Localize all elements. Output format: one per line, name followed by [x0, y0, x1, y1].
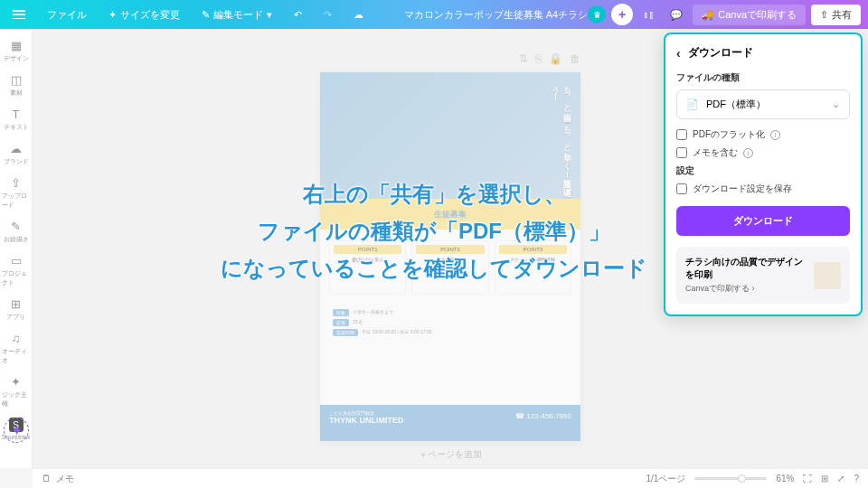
help-icon[interactable]: ? [854, 474, 859, 483]
upload-icon: ⇧ [9, 175, 24, 190]
cloud-sync[interactable]: ☁ [348, 5, 369, 24]
truck-icon: 🚚 [702, 9, 714, 21]
comment-icon: 💬 [670, 9, 683, 21]
page-tools: ⇅ ⎘ 🔒 🗑 [320, 52, 580, 65]
brand-icon: ☁ [9, 141, 24, 155]
chevron-down-icon: ⌄ [832, 99, 840, 110]
print-canva-button[interactable]: 🚚Canvaで印刷する [693, 5, 806, 25]
page-indicator[interactable]: 1/1ページ [646, 473, 686, 485]
flyer-footer: こども英会話専門教室 THYNK UNLIMITED ☎ 123-456-789… [320, 405, 580, 441]
panel-back-button[interactable]: ‹ [676, 46, 681, 61]
flyer-info: 対象小学生～高校生まで 定員15名 営業時間平日 13:00-19:00 / 休… [320, 305, 580, 343]
ai-assist-button[interactable]: ✦ [4, 418, 29, 443]
sidebar-item-elements[interactable]: ◫素材 [2, 69, 31, 101]
sparkle-icon: ✦ [108, 9, 117, 21]
pencil-icon: ✎ [202, 9, 210, 21]
sidebar-item-apps[interactable]: ⊞アプリ [2, 293, 31, 325]
info-icon[interactable]: i [743, 148, 753, 158]
hamburger-icon [13, 10, 25, 19]
analytics-button[interactable]: ⫾⫿ [638, 4, 660, 25]
audio-icon: ♫ [9, 331, 24, 345]
sidebar-item-projects[interactable]: ▭プロジェクト [2, 249, 31, 291]
download-button[interactable]: ダウンロード [676, 206, 850, 236]
undo-button[interactable]: ↶ [288, 5, 307, 24]
instruction-overlay: 右上の「共有」を選択し、 ファイルの種類が「PDF（標準）」 になっていることを… [221, 176, 647, 286]
print-thumbnail [814, 262, 841, 289]
chevron-down-icon: ▾ [267, 9, 272, 21]
undo-icon: ↶ [294, 9, 302, 21]
include-memo-checkbox[interactable]: メモを含むi [676, 146, 850, 159]
pro-badge[interactable]: ♛ [588, 5, 606, 23]
zoom-slider[interactable] [694, 477, 767, 480]
fit-icon[interactable]: ⛶ [803, 474, 812, 483]
bottombar: 🗒 メモ 1/1ページ 61% ⛶ ⊞ ⤢ ? [33, 468, 868, 488]
sidebar-item-text[interactable]: Tテキスト [2, 103, 31, 136]
fullscreen-icon[interactable]: ⤢ [837, 474, 844, 483]
menu-button[interactable] [7, 6, 31, 23]
text-icon: T [9, 107, 24, 121]
share-button[interactable]: ⇧共有 [811, 5, 861, 25]
wand-icon: ✦ [9, 374, 24, 389]
redo-button[interactable]: ↷ [318, 5, 337, 24]
sidebar-item-magic[interactable]: ✦ジック主権 [2, 371, 31, 412]
sidebar-item-upload[interactable]: ⇧アップロード [2, 172, 31, 213]
draw-icon: ✎ [9, 219, 24, 233]
apps-icon: ⊞ [9, 296, 24, 311]
elements-icon: ◫ [9, 72, 24, 87]
topbar: ファイル ✦サイズを変更 ✎編集モード▾ ↶ ↷ ☁ マカロンカラーポップ生徒募… [0, 0, 868, 29]
plus-icon: + [618, 7, 626, 22]
memo-icon[interactable]: 🗒 [42, 474, 51, 483]
save-settings-checkbox[interactable]: ダウンロード設定を保存 [676, 183, 850, 195]
zoom-value[interactable]: 61% [776, 474, 794, 483]
sidebar-item-design[interactable]: ▦デザイン [2, 34, 31, 67]
print-quality-card[interactable]: チラシ向けの品質でデザインを印刷 Canvaで印刷する › [676, 247, 850, 304]
add-page-button[interactable]: ＋ページを追加 [419, 448, 482, 461]
panel-title: ダウンロード [688, 45, 753, 61]
filetype-value: PDF（標準） [706, 98, 766, 111]
page-up-icon[interactable]: ⇅ [519, 52, 528, 65]
sidebar-item-audio[interactable]: ♫オーディオ [2, 327, 31, 369]
chart-icon: ⫾⫿ [644, 9, 655, 20]
cloud-icon: ☁ [354, 9, 363, 21]
share-icon: ⇧ [820, 9, 828, 21]
filetype-select[interactable]: 📄 PDF（標準） ⌄ [676, 89, 850, 119]
lock-icon[interactable]: 🔒 [549, 52, 562, 65]
zoom-thumb[interactable] [738, 474, 746, 483]
sidebar: ▦デザイン ◫素材 Tテキスト ☁ブランド ⇧アップロード ✎お絵描き ▭プロジ… [0, 29, 33, 468]
sidebar-item-draw[interactable]: ✎お絵描き [2, 215, 31, 248]
edit-mode-button[interactable]: ✎編集モード▾ [196, 5, 278, 25]
design-icon: ▦ [9, 38, 24, 52]
filetype-label: ファイルの種類 [676, 71, 850, 84]
redo-icon: ↷ [324, 9, 332, 21]
comment-button[interactable]: 💬 [665, 4, 687, 25]
add-button[interactable]: + [611, 4, 633, 25]
memo-button[interactable]: メモ [56, 473, 74, 485]
resize-button[interactable]: ✦サイズを変更 [103, 5, 185, 25]
download-panel: ‹ ダウンロード ファイルの種類 📄 PDF（標準） ⌄ PDFのフラット化i … [664, 33, 863, 316]
flatten-checkbox[interactable]: PDFのフラット化i [676, 128, 850, 141]
print-card-subtitle: Canvaで印刷する › [685, 283, 807, 295]
print-card-title: チラシ向けの品質でデザインを印刷 [685, 256, 807, 281]
document-title[interactable]: マカロンカラーポップ生徒募集 A4チラシ [404, 8, 589, 22]
sparkle-icon: ✦ [11, 422, 23, 439]
grid-view-icon[interactable]: ⊞ [821, 474, 828, 483]
duplicate-icon[interactable]: ⎘ [535, 52, 542, 65]
settings-label: 設定 [676, 164, 850, 177]
trash-icon[interactable]: 🗑 [570, 52, 580, 65]
info-icon[interactable]: i [770, 130, 780, 140]
crown-icon: ♛ [593, 10, 601, 20]
folder-icon: ▭ [9, 253, 24, 267]
sidebar-item-brand[interactable]: ☁ブランド [2, 137, 31, 170]
file-menu[interactable]: ファイル [42, 5, 92, 25]
file-icon: 📄 [686, 99, 699, 110]
